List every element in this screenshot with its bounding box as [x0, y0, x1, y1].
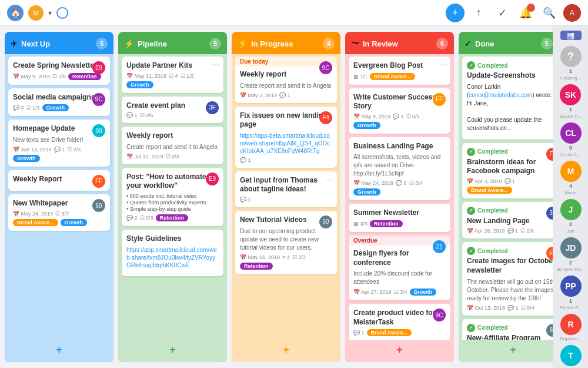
card-tasks: ☑ 0/6: [52, 74, 66, 79]
card[interactable]: ✓ Completed F4 Brainstorm ideas for Face…: [462, 143, 553, 198]
card-date: 📅 Jul 10, 2019: [126, 154, 163, 160]
column-done: ✓ Done 5 + ✓ Completed ⋯Update-Screensho…: [459, 32, 553, 362]
main-area: ✈ Next Up 5 E9 Create Spring Newsletter📅…: [0, 26, 588, 368]
card[interactable]: ✓ Completed FF Create images for October…: [462, 242, 553, 315]
user-filter-Jan[interactable]: J 2 Jan: [560, 199, 582, 234]
user-filter-Conor L...[interactable]: CL 9 Conor L...: [560, 122, 582, 157]
card-tag: Growth: [353, 122, 380, 129]
card[interactable]: 3F Create event plan💬 1☑ 0/6: [122, 97, 223, 124]
card-options-button[interactable]: ⋯: [325, 175, 333, 184]
card[interactable]: ⋯Evergreen Blog Post▦ 1/1Brand Aware...: [349, 57, 450, 85]
card[interactable]: ⋯Update Partner Kits📅 May 11, 2019☑ 4☑ 1…: [122, 57, 223, 93]
search-button[interactable]: 🔍: [540, 4, 559, 22]
project-icon: M: [28, 5, 44, 21]
completed-label: Completed: [477, 324, 508, 331]
unassigned-filter[interactable]: ? 1 Unassig...: [560, 46, 582, 81]
completed-circle-icon: ✓: [467, 207, 475, 215]
card-tasks: ☑ 1/3: [26, 105, 40, 111]
card-title: Update-Screenshots: [467, 71, 553, 81]
card-ratio: ▦ 3/3: [353, 221, 368, 227]
card-meta: ▦ 3/3Retention: [353, 220, 446, 227]
card[interactable]: FF Write Customer Success Story📅 May 9, …: [349, 88, 450, 134]
card-comments: 💬 1: [279, 92, 290, 98]
unassigned-label: Unassig...: [560, 75, 582, 81]
info-icon[interactable]: [56, 7, 68, 19]
user-label: Patrick P...: [560, 305, 582, 310]
add-card-button[interactable]: +: [279, 342, 294, 357]
column-icon: 〜: [351, 38, 359, 49]
card-avatar: FF: [92, 175, 105, 188]
card-link[interactable]: https://app.smartmailcloud.com/web-share…: [126, 246, 219, 269]
user-label: Jan: [567, 228, 574, 234]
card[interactable]: Due today 9C Weekly reportCreate report …: [235, 57, 337, 103]
user-filter-Mario[interactable]: M 4 Mario: [560, 161, 582, 195]
card-comments: 💬 1: [240, 157, 251, 163]
card-tasks: ☑ 0/6: [520, 228, 534, 234]
card[interactable]: FF Weekly Report: [8, 170, 110, 191]
user-avatar-rp: SK: [560, 84, 581, 105]
card[interactable]: 9C Create product video for MeisterTask💬…: [349, 304, 450, 340]
completed-label: Completed: [477, 148, 508, 155]
card-subtitle: All screenshots, texts, videos and gifs …: [353, 153, 446, 178]
card[interactable]: ⋯Get input from Thomas about tagline ide…: [235, 171, 337, 207]
card-tasks: ☑ 4: [169, 73, 178, 79]
card-date: 📅 May 9, 2019: [353, 114, 390, 120]
card[interactable]: 9C Social media campaigns💬 3☑ 1/3Growth: [8, 88, 110, 117]
card-options-button[interactable]: ⋯: [212, 60, 220, 69]
card-options-button[interactable]: ⋯: [439, 60, 447, 69]
home-button[interactable]: 🏠: [7, 5, 24, 21]
card[interactable]: 00 Homepage UpdateNew texts see Drive fo…: [8, 120, 110, 167]
card-tag: Retention: [370, 220, 403, 227]
card[interactable]: 60 New Tutorial VideosDue to our upcomin…: [235, 211, 337, 274]
column-header-next-up: ✈ Next Up 5: [5, 32, 113, 54]
card-title: Business Landing Page: [353, 142, 446, 151]
completed-circle-icon: ✓: [467, 61, 475, 69]
card[interactable]: ✓ Completed 60 New-Affiliate Program: [462, 319, 553, 340]
card-subtitle: The newsletter will go out on 15th Octob…: [467, 278, 553, 303]
user-avatar[interactable]: A: [563, 4, 581, 22]
user-filter-Susan K...[interactable]: SK 1 Susan K...: [560, 84, 582, 119]
card-title: New-Affiliate Program: [467, 334, 553, 340]
add-card-button[interactable]: +: [506, 342, 521, 357]
user-filter-Raphael...[interactable]: R Raphael...: [560, 314, 581, 342]
card[interactable]: ✓ Completed ⋯Update-Screenshots Conor La…: [462, 57, 553, 140]
check-icon: ✓: [498, 6, 507, 19]
unassigned-count: 1: [569, 68, 572, 74]
user-filter-Patrick P...[interactable]: PP 1 Patrick P...: [560, 276, 582, 310]
card[interactable]: Overdue 21 Design flyers for conferenceI…: [349, 236, 450, 300]
upload-button[interactable]: ↑: [469, 4, 488, 22]
column-body-in-progress: Due today 9C Weekly reportCreate report …: [232, 54, 340, 340]
view-toggle-button[interactable]: ▦: [560, 31, 582, 40]
card-title: Homepage Update: [13, 124, 105, 134]
card-tasks: ☑ 3/4: [409, 180, 423, 186]
project-selector[interactable]: M ▾: [28, 5, 52, 21]
notifications-button[interactable]: 🔔: [516, 4, 535, 22]
card[interactable]: Business Landing PageAll screenshots, te…: [349, 137, 450, 201]
add-card-button[interactable]: +: [165, 342, 181, 357]
card-subtitle: Create report and send it to Angela: [126, 143, 219, 151]
card[interactable]: 60 New Whitepaper📅 May 24, 2019☑ 3/7Bran…: [8, 194, 110, 231]
add-button[interactable]: +: [446, 4, 465, 22]
card[interactable]: F4 Fix issues on new landing pagehttps:/…: [235, 107, 337, 168]
card[interactable]: Style Guidelineshttps://app.smartmailclo…: [122, 230, 223, 276]
card[interactable]: ✓ Completed 3F New Landing Page📅 Apr 26,…: [462, 202, 553, 239]
column-title: In Review: [363, 39, 433, 48]
card-tag: Retention: [240, 263, 273, 270]
card[interactable]: Weekly reportCreate report and send it t…: [122, 127, 223, 164]
card[interactable]: Summer Newsletter▦ 3/3Retention: [349, 204, 450, 232]
card-link[interactable]: https://app-beta.smartmailcloud.com/web-…: [240, 132, 332, 155]
card-comments: 💬 1: [507, 305, 519, 311]
card[interactable]: E9 Post: "How to automate your workflow"…: [122, 168, 223, 226]
card-title: Weekly Report: [13, 175, 105, 184]
user-filter-Timo[interactable]: T Timo: [560, 345, 582, 368]
card-title: New Landing Page: [467, 217, 553, 226]
card[interactable]: E9 Create Spring Newsletter📅 May 9, 2019…: [8, 57, 110, 85]
add-card-button[interactable]: +: [52, 342, 67, 357]
card-options-button[interactable]: ⋯: [552, 60, 553, 69]
search-icon: 🔍: [543, 6, 556, 19]
user-avatar-rp: CL: [560, 122, 582, 144]
user-filter-JD John De...[interactable]: JD 2 JD John De...: [556, 237, 584, 272]
check-button[interactable]: ✓: [493, 4, 512, 22]
add-card-button[interactable]: +: [392, 342, 407, 357]
user-count: 2: [569, 221, 572, 227]
